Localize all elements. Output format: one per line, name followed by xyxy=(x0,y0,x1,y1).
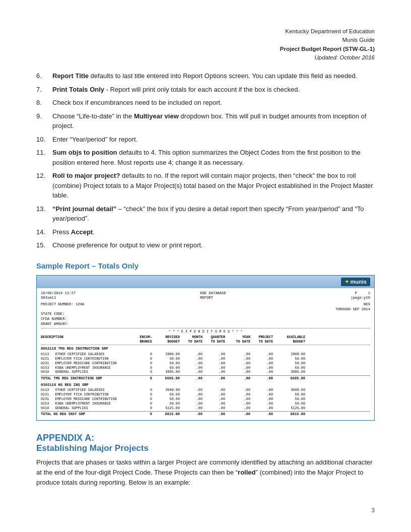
report-meta-center: KDE DATABASEREPORT xyxy=(200,291,226,301)
list-item: 6.Report Title defaults to last title en… xyxy=(36,71,375,81)
appendix-heading: APPENDIX A: xyxy=(36,433,375,443)
list-item-content: Print Totals Only - Report will print on… xyxy=(52,85,375,95)
list-item-content: Choose “Life-to-date” in the Multiyear v… xyxy=(52,111,375,131)
sample-report-heading: Sample Report – Totals Only xyxy=(36,261,375,270)
list-item-number: 9. xyxy=(36,111,52,131)
list-item: 7.Print Totals Only - Report will print … xyxy=(36,85,375,95)
report-section-2-title: 0302118 HS REG INS SRP xyxy=(41,383,370,388)
header-line2: Munis Guide xyxy=(36,36,375,44)
list-item: 12.Roll to major project? defaults to no… xyxy=(36,171,375,201)
report-row: 0231 EMPLOYER MEDICARE CONTRIBUTION050.0… xyxy=(41,397,370,402)
list-item-number: 10. xyxy=(36,135,52,145)
header-line1: Kentucky Department of Education xyxy=(36,27,375,36)
col-header-desc: DESCRIPTION xyxy=(41,335,126,344)
list-item: 10.Enter “Year/period” for report. xyxy=(36,135,375,145)
appendix-subheading: Establishing Major Projects xyxy=(36,443,375,453)
list-item-content: Sum objs to position defaults to 4. This… xyxy=(52,148,375,167)
report-section-1-title: 0052118 TMS REG INSTRUCTION SRP xyxy=(41,347,370,352)
list-item-content: “Print journal detail” – “check” the box… xyxy=(52,204,375,224)
list-item-content: Check box if encumbrances need to be inc… xyxy=(52,98,375,108)
list-item-number: 14. xyxy=(36,227,52,237)
list-item-number: 13. xyxy=(36,204,52,224)
list-item-number: 7. xyxy=(36,85,52,95)
report-row: 0113 OTHER CERTIFIED SALARIES03500.00.00… xyxy=(41,388,370,392)
col-header-month: MONTHTO DATE xyxy=(182,335,204,344)
munis-logo-text: munis xyxy=(351,279,367,285)
through-date: BEGTHROUGH SEP 2014 xyxy=(335,302,370,312)
list-item: 13.“Print journal detail” – “check” the … xyxy=(36,204,375,224)
page: Kentucky Department of Education Munis G… xyxy=(0,0,411,532)
munis-star: ✦ xyxy=(345,279,349,285)
report-row: 0253 KSBA UNEMPLOYMENT INSURANCE050.00.0… xyxy=(41,402,370,406)
list-item-content: Press Accept. xyxy=(52,227,375,237)
instructions-list: 6.Report Title defaults to last title en… xyxy=(36,71,375,250)
page-number: 3 xyxy=(371,507,375,514)
report-row: 0221 EMPLOYER FICA CONTRIBUTION050.00.00… xyxy=(41,392,370,397)
list-item-content: Enter “Year/period” for report. xyxy=(52,135,375,145)
list-item-content: Choose preference for output to view or … xyxy=(52,240,375,250)
header-line3: Project Budget Report (STW-GL-1) xyxy=(36,45,375,53)
report-meta: 10/06/2014 13:27983sml1 KDE DATABASEREPO… xyxy=(41,291,370,301)
col-header-enc: ENCUM-BRANCE xyxy=(126,335,154,344)
list-item-number: 15. xyxy=(36,240,52,250)
sample-report-container: ✦ munis 10/06/2014 13:27983sml1 KDE DATA… xyxy=(36,275,375,421)
grant-amount: GRANT AMOUNT: xyxy=(41,322,370,327)
cfda-number: CFDA NUMBER: xyxy=(41,317,370,322)
list-item-content: Roll to major project? defaults to no. I… xyxy=(52,171,375,201)
list-item-number: 6. xyxy=(36,71,52,81)
report-row: 0419 GENERAL SUPPLIES05125.00.00.00.00.0… xyxy=(41,406,370,411)
list-item: 14.Press Accept. xyxy=(36,227,375,237)
list-item-number: 8. xyxy=(36,98,52,108)
report-body: 10/06/2014 13:27983sml1 KDE DATABASEREPO… xyxy=(37,288,374,420)
col-header-avail: AVAILABLEBUDGET xyxy=(275,335,305,344)
munis-logo: ✦ munis xyxy=(341,278,370,286)
project-number: PROJECT NUMBER: 120A xyxy=(41,302,84,312)
report-project-info: PROJECT NUMBER: 120A BEGTHROUGH SEP 2014… xyxy=(41,302,370,327)
list-item: 8.Check box if encumbrances need to be i… xyxy=(36,98,375,108)
list-item: 15.Choose preference for output to view … xyxy=(36,240,375,250)
report-col-headers: DESCRIPTION ENCUM-BRANCE REVISEDBUDGET M… xyxy=(41,335,370,345)
report-row: 0113 OTHER CERTIFIED SALARIES02000.00.00… xyxy=(41,352,370,357)
report-section-1-total: TOTAL TMS REG INSTRUCTION SRP06685.00.00… xyxy=(41,375,370,381)
page-header: Kentucky Department of Education Munis G… xyxy=(36,27,375,62)
rolled-bold: rolled xyxy=(238,469,255,476)
appendix-body: Projects that are phases or tasks within… xyxy=(36,457,375,488)
report-row: 0419 GENERAL SUPPLIES03985.00.00.00.00.0… xyxy=(41,370,370,374)
state-code: STATE CODE: xyxy=(41,312,370,317)
header-line4: Updated: October 2016 xyxy=(36,53,375,62)
list-item: 11.Sum objs to position defaults to 4. T… xyxy=(36,148,375,167)
report-row: 0231 EMPLOYER MEDICARE CONTRIBUTION050.0… xyxy=(41,361,370,366)
report-header-bar: ✦ munis xyxy=(37,276,374,288)
list-item-number: 12. xyxy=(36,171,52,201)
list-item: 9.Choose “Life-to-date” in the Multiyear… xyxy=(36,111,375,131)
report-row: 0253 KSBA UNEMPLOYMENT INSURANCE050.00.0… xyxy=(41,366,370,370)
numbered-list: 6.Report Title defaults to last title en… xyxy=(36,71,375,250)
list-item-content: Report Title defaults to last title ente… xyxy=(52,71,375,81)
col-header-year: YEARTO DATE xyxy=(227,335,252,344)
report-row: 0221 EMPLOYER FICA CONTRIBUTION050.00.00… xyxy=(41,357,370,361)
list-item-number: 11. xyxy=(36,148,52,167)
expenditures-label: * * * E X P E N D I T U R E S * * * xyxy=(41,329,370,334)
report-section-2-total: TOTAL HS REG INST SRP08815.00.00.00.00.0… xyxy=(41,411,370,417)
report-divider-1 xyxy=(41,328,370,328)
report-meta-right: P 1|page:y10 xyxy=(351,291,370,301)
report-meta-left: 10/06/2014 13:27983sml1 xyxy=(41,291,76,301)
col-header-proj: PROJECTTO DATE xyxy=(252,335,275,344)
col-header-rev: REVISEDBUDGET xyxy=(154,335,182,344)
col-header-qtr: QUARTERTO DATE xyxy=(204,335,227,344)
